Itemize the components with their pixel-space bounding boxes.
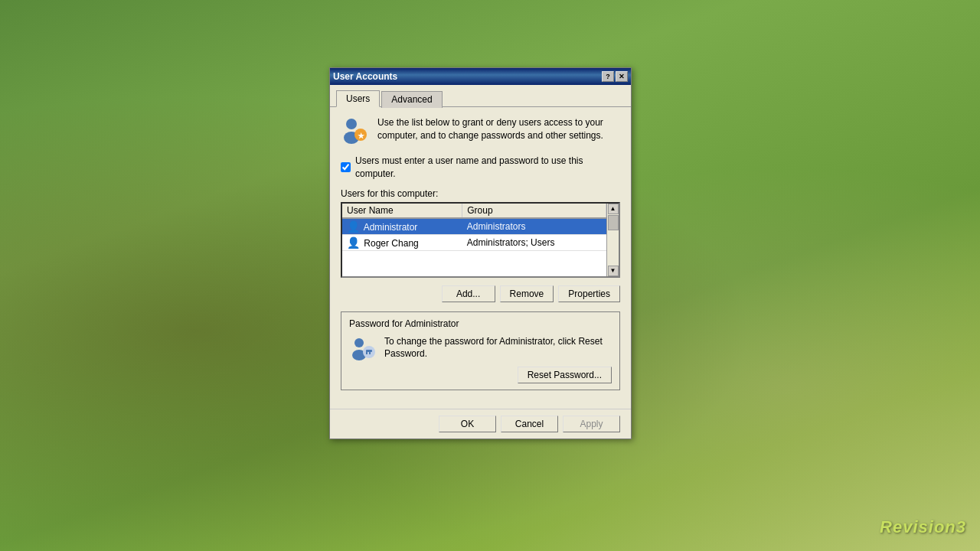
add-button[interactable]: Add... [442, 285, 495, 302]
dialog-title: User Accounts [333, 71, 397, 82]
user-action-buttons: Add... Remove Properties [341, 285, 620, 302]
scroll-down-arrow[interactable]: ▼ [608, 266, 619, 276]
properties-button[interactable]: Properties [558, 285, 620, 302]
info-description: Use the list below to grant or deny user… [377, 116, 620, 142]
col-group: Group [462, 204, 606, 218]
user-accounts-dialog: User Accounts ? ✕ Users Advanced ★ [329, 67, 632, 439]
tab-advanced[interactable]: Advanced [381, 91, 442, 108]
checkbox-row: Users must enter a user name and passwor… [341, 155, 620, 181]
title-bar-buttons: ? ✕ [602, 71, 628, 82]
password-section-title: Password for Administrator [349, 318, 612, 329]
users-section-label: Users for this computer: [341, 188, 620, 199]
dialog-footer: OK Cancel Apply [330, 409, 631, 439]
user-icon-2: 👤 [347, 236, 360, 249]
svg-text:★: ★ [358, 132, 365, 140]
scrollbar-thumb[interactable] [608, 215, 619, 230]
close-button[interactable]: ✕ [616, 71, 628, 82]
apply-button[interactable]: Apply [563, 416, 620, 432]
users-table: User Name Group 👤 Administrator Administ… [342, 204, 606, 251]
user-group-cell: Administrators; Users [462, 234, 606, 250]
table-scroll-area: User Name Group 👤 Administrator Administ… [342, 204, 619, 276]
user-name-cell: 👤 Roger Chang [342, 234, 462, 250]
users-icon: ★ [341, 116, 370, 145]
tab-bar: Users Advanced [330, 85, 631, 107]
scroll-up-arrow[interactable]: ▲ [608, 204, 619, 214]
title-bar: User Accounts ? ✕ [330, 68, 631, 85]
checkbox-label: Users must enter a user name and passwor… [355, 155, 620, 181]
password-btn-area: Reset Password... [384, 367, 612, 383]
table-row[interactable]: 👤 Administrator Administrators [342, 218, 606, 235]
col-username: User Name [342, 204, 462, 218]
password-section: Password for Administrator To change the… [341, 311, 620, 391]
cancel-button[interactable]: Cancel [501, 416, 558, 432]
remove-button[interactable]: Remove [500, 285, 554, 302]
dialog-content: ★ Use the list below to grant or deny us… [330, 107, 631, 409]
password-description: To change the password for Administrator… [384, 335, 612, 361]
svg-point-0 [346, 119, 357, 129]
require-password-checkbox[interactable] [341, 162, 351, 172]
info-row: ★ Use the list below to grant or deny us… [341, 116, 620, 145]
table-scrollbar[interactable]: ▲ ▼ [606, 204, 619, 276]
ok-button[interactable]: OK [439, 416, 496, 432]
user-name-cell: 👤 Administrator [342, 218, 462, 235]
revision3-watermark: Revision3 [880, 517, 966, 537]
svg-rect-9 [366, 350, 372, 352]
help-button[interactable]: ? [602, 71, 614, 82]
password-inner: To change the password for Administrator… [349, 335, 612, 384]
svg-point-4 [354, 338, 364, 347]
users-table-container: User Name Group 👤 Administrator Administ… [341, 202, 620, 278]
reset-password-button[interactable]: Reset Password... [518, 367, 612, 383]
user-group-cell: Administrators [462, 218, 606, 235]
table-row[interactable]: 👤 Roger Chang Administrators; Users [342, 234, 606, 250]
password-icon [349, 335, 377, 368]
user-icon-1: 👤 [347, 220, 360, 233]
tab-users[interactable]: Users [336, 90, 380, 107]
